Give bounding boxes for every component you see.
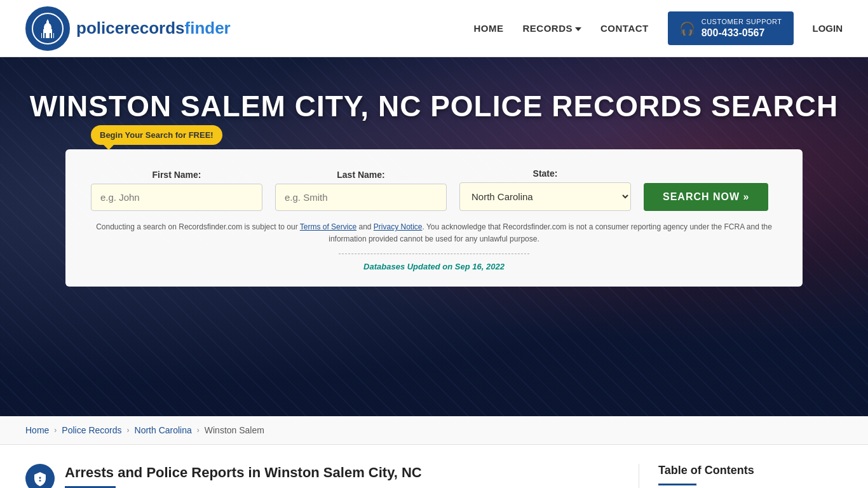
support-label: CUSTOMER SUPPORT	[702, 18, 782, 26]
support-text: CUSTOMER SUPPORT 800-433-0567	[702, 18, 782, 38]
breadcrumb-police-records[interactable]: Police Records	[62, 425, 121, 435]
state-select[interactable]: North Carolina Alabama Alaska Arizona Ar…	[459, 182, 631, 211]
state-label: State:	[459, 168, 631, 179]
search-container: Begin Your Search for FREE! First Name: …	[65, 149, 803, 286]
breadcrumb-sep-2: ›	[127, 426, 130, 435]
nav-records-label: RECORDS	[522, 23, 573, 34]
breadcrumb: Home › Police Records › North Carolina ›…	[0, 416, 868, 445]
db-updated-date: Sep 16, 2022	[455, 262, 505, 271]
breadcrumb-sep-1: ›	[54, 426, 57, 435]
state-group: State: North Carolina Alabama Alaska Ari…	[459, 168, 631, 211]
breadcrumb-home[interactable]: Home	[25, 425, 49, 435]
section-title-area: Arrests and Police Reports in Winston Sa…	[65, 464, 422, 488]
content-right: Table of Contents › Arrests and Police R…	[639, 464, 843, 488]
last-name-group: Last Name:	[275, 170, 447, 211]
db-updated: Databases Updated on Sep 16, 2022	[91, 262, 777, 271]
svg-rect-6	[42, 33, 43, 38]
promo-bubble: Begin Your Search for FREE!	[91, 125, 222, 145]
toc-title: Table of Contents	[658, 464, 843, 477]
nav-records[interactable]: RECORDS	[522, 23, 581, 34]
first-name-label: First Name:	[91, 170, 262, 180]
svg-rect-4	[46, 22, 49, 28]
breadcrumb-current: Winston Salem	[205, 425, 264, 435]
logo-area: policerecordsfinder	[25, 6, 231, 51]
hero-title: WINSTON SALEM CITY, NC POLICE RECORDS SE…	[0, 89, 868, 124]
first-name-input[interactable]	[91, 184, 262, 211]
toc-underline	[658, 484, 696, 485]
shield-icon	[32, 471, 48, 486]
chevron-down-icon	[575, 27, 581, 31]
headset-icon: 🎧	[679, 21, 695, 36]
support-number: 800-433-0567	[702, 27, 782, 39]
hero-content: WINSTON SALEM CITY, NC POLICE RECORDS SE…	[0, 57, 868, 287]
shield-icon-circle	[25, 464, 55, 488]
title-underline	[65, 486, 116, 488]
last-name-input[interactable]	[275, 184, 447, 211]
logo-main-text: policerecords	[76, 18, 185, 37]
last-name-label: Last Name:	[275, 170, 447, 180]
customer-support-button[interactable]: 🎧 CUSTOMER SUPPORT 800-433-0567	[668, 11, 794, 44]
main-content: Arrests and Police Reports in Winston Sa…	[0, 445, 868, 488]
logo-icon	[25, 6, 70, 51]
main-nav: HOME RECORDS CONTACT 🎧 CUSTOMER SUPPORT …	[473, 11, 843, 44]
section-header: Arrests and Police Reports in Winston Sa…	[25, 464, 620, 488]
svg-rect-8	[50, 33, 51, 38]
nav-login[interactable]: LOGIN	[813, 23, 843, 34]
db-updated-label: Databases Updated on	[363, 262, 452, 271]
divider	[339, 254, 529, 254]
nav-contact[interactable]: CONTACT	[600, 23, 649, 34]
terms-link[interactable]: Terms of Service	[300, 222, 356, 231]
nav-home[interactable]: HOME	[473, 23, 503, 34]
breadcrumb-sep-3: ›	[197, 426, 200, 435]
privacy-link[interactable]: Privacy Notice	[374, 222, 423, 231]
first-name-group: First Name:	[91, 170, 262, 211]
section-title: Arrests and Police Reports in Winston Sa…	[65, 464, 422, 482]
site-header: policerecordsfinder HOME RECORDS CONTACT…	[0, 0, 868, 57]
logo-accent-text: finder	[185, 18, 231, 37]
content-left: Arrests and Police Reports in Winston Sa…	[25, 464, 639, 488]
hero-section: WINSTON SALEM CITY, NC POLICE RECORDS SE…	[0, 57, 868, 416]
search-button[interactable]: SEARCH NOW »	[644, 183, 768, 211]
disclaimer-text: Conducting a search on Recordsfinder.com…	[91, 221, 777, 245]
logo-text: policerecordsfinder	[76, 18, 231, 38]
svg-rect-7	[44, 33, 46, 38]
search-form-row: First Name: Last Name: State: North Caro…	[91, 168, 777, 211]
svg-rect-9	[52, 33, 53, 38]
breadcrumb-north-carolina[interactable]: North Carolina	[135, 425, 192, 435]
